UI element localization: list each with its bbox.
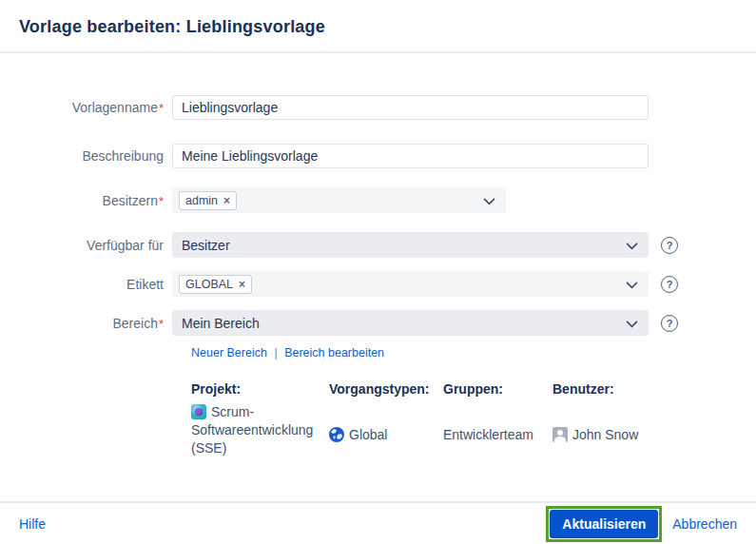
bereich-label: Bereich*	[19, 316, 164, 331]
vorgangstypen-header: Vorgangstypen:	[329, 381, 443, 397]
annotation-highlight-box: Aktualisieren	[546, 506, 662, 542]
dialog-header: Vorlage bearbeiten: Lieblingsvorlage	[0, 0, 756, 53]
footer-actions: Aktualisieren Abbrechen	[546, 506, 737, 542]
neuer-bereich-link[interactable]: Neuer Bereich	[191, 346, 267, 359]
vorgangstypen-value-wrap: Global	[329, 426, 443, 444]
bereich-links: Neuer Bereich | Bereich bearbeiten	[191, 346, 756, 359]
tag-label: GLOBAL	[185, 277, 233, 292]
project-avatar-icon	[191, 404, 206, 419]
required-marker: *	[159, 194, 164, 208]
required-marker: *	[159, 101, 164, 115]
help-icon[interactable]: ?	[661, 315, 678, 332]
row-besitzern: Besitzern* admin ×	[19, 187, 756, 213]
projekt-column: Projekt: Scrum-Softwareentwicklung (SSE)	[191, 381, 329, 457]
link-separator: |	[274, 346, 277, 359]
chevron-down-icon	[626, 316, 638, 328]
remove-icon[interactable]: ×	[223, 193, 230, 208]
user-avatar-icon	[552, 427, 568, 442]
remove-icon[interactable]: ×	[239, 277, 245, 292]
verfuegbar-fuer-select[interactable]: Besitzer	[172, 232, 649, 258]
row-etikett: Etikett GLOBAL × ?	[19, 271, 756, 297]
globe-icon	[329, 427, 344, 442]
gruppen-column: Gruppen: Entwicklerteam	[443, 381, 552, 457]
vorlagenname-input[interactable]	[172, 95, 649, 120]
row-bereich: Bereich* Mein Bereich ?	[19, 310, 756, 336]
chevron-down-icon	[626, 238, 638, 250]
dialog-footer: Hilfe Aktualisieren Abbrechen	[0, 501, 756, 544]
row-verfuegbar-fuer: Verfügbar für Besitzer ?	[19, 232, 756, 258]
hilfe-link[interactable]: Hilfe	[19, 516, 46, 532]
help-icon[interactable]: ?	[661, 276, 678, 293]
etikett-tag-global: GLOBAL ×	[179, 275, 252, 294]
dialog-title: Vorlage bearbeiten: Lieblingsvorlage	[19, 17, 325, 36]
beschreibung-input[interactable]	[172, 144, 649, 168]
bereich-bearbeiten-link[interactable]: Bereich bearbeiten	[284, 346, 384, 359]
row-beschreibung: Beschreibung	[19, 144, 756, 168]
aktualisieren-button[interactable]: Aktualisieren	[550, 510, 658, 538]
projekt-header: Projekt:	[191, 381, 329, 397]
etikett-label: Etikett	[19, 277, 164, 292]
projekt-value-wrap: Scrum-Softwareentwicklung (SSE)	[191, 403, 329, 457]
abbrechen-link[interactable]: Abbrechen	[672, 516, 737, 532]
benutzer-value-wrap: John Snow	[552, 426, 638, 444]
besitzern-label: Besitzern*	[19, 193, 164, 208]
template-form: Vorlagenname* Beschreibung Besitzern* ad…	[0, 53, 756, 457]
benutzer-column: Benutzer: John Snow	[552, 381, 638, 457]
vorlagenname-label: Vorlagenname*	[19, 100, 164, 115]
verfuegbar-fuer-value: Besitzer	[179, 238, 230, 253]
benutzer-header: Benutzer:	[552, 381, 638, 397]
verfuegbar-fuer-label: Verfügbar für	[19, 238, 164, 253]
row-vorlagenname: Vorlagenname*	[19, 95, 756, 120]
required-marker: *	[159, 317, 164, 331]
chevron-down-icon	[483, 193, 495, 205]
besitzern-multiselect[interactable]: admin ×	[172, 187, 506, 213]
tag-label: admin	[185, 193, 218, 208]
besitzern-tag-admin: admin ×	[179, 191, 237, 210]
beschreibung-label: Beschreibung	[19, 148, 164, 164]
gruppen-value: Entwicklerteam	[443, 426, 552, 444]
help-icon[interactable]: ?	[661, 237, 678, 254]
projekt-value: Scrum-Softwareentwicklung (SSE)	[191, 404, 313, 456]
bereich-value: Mein Bereich	[179, 316, 260, 331]
etikett-multiselect[interactable]: GLOBAL ×	[172, 271, 649, 297]
vorgangstypen-column: Vorgangstypen: Global	[329, 381, 443, 457]
edit-template-dialog: Vorlage bearbeiten: Lieblingsvorlage Vor…	[0, 0, 756, 544]
template-scope-info: Projekt: Scrum-Softwareentwicklung (SSE)…	[191, 381, 756, 457]
gruppen-header: Gruppen:	[443, 381, 552, 397]
chevron-down-icon	[626, 277, 638, 289]
vorgangstypen-value: Global	[349, 427, 387, 442]
bereich-select[interactable]: Mein Bereich	[172, 310, 649, 336]
benutzer-value: John Snow	[572, 427, 638, 442]
